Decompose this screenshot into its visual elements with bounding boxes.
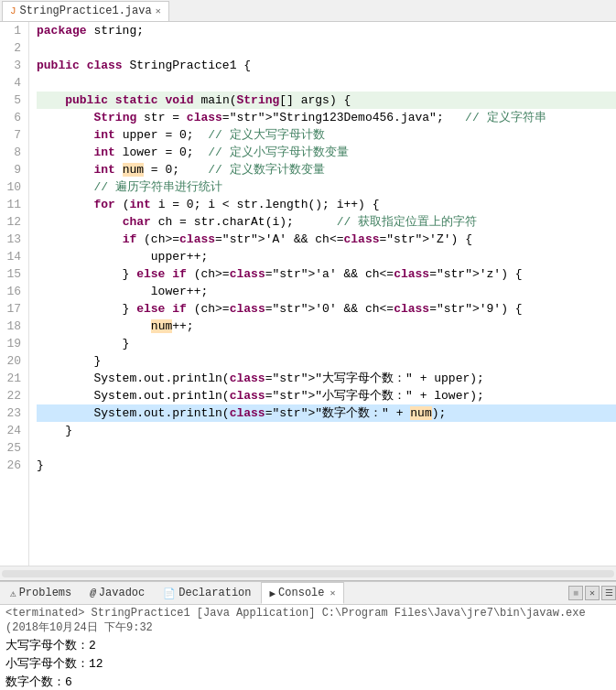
code-line: } (37, 352, 616, 370)
code-line: // 遍历字符串进行统计 (37, 178, 616, 196)
code-line: } else if (ch>=class="str">'0' && ch<=cl… (37, 300, 616, 318)
console-panel: <terminated> StringPractice1 [Java Appli… (0, 605, 616, 690)
line-number: 3 (4, 57, 21, 74)
line-number: 25 (4, 439, 21, 457)
line-number: 18 (4, 318, 21, 335)
code-line: String str = class="str">"String123Demo4… (37, 109, 616, 126)
code-line: } else if (ch>=class="str">'a' && ch<=cl… (37, 265, 616, 283)
code-line (37, 439, 616, 457)
console-icon: ▶ (269, 588, 276, 599)
console-output-area: <terminated> StringPractice1 [Java Appli… (0, 605, 616, 690)
code-lines[interactable]: package string; public class StringPract… (29, 22, 616, 566)
console-clear-button[interactable]: ✕ (585, 586, 600, 600)
code-line: int upper = 0; // 定义大写字母计数 (37, 126, 616, 144)
bottom-tab-bar: ⚠ Problems @ Javadoc 📄 Declaration ▶ Con… (0, 581, 616, 605)
code-line (37, 74, 616, 92)
code-line: upper++; (37, 248, 616, 265)
console-output-line: 数字个数：6 (5, 674, 611, 690)
tab-declaration-label: Declaration (178, 587, 251, 599)
code-line: int lower = 0; // 定义小写字母计数变量 (37, 144, 616, 161)
console-close-icon[interactable]: ✕ (330, 588, 336, 598)
code-line: System.out.println(class="str">"数字个数：" +… (37, 404, 616, 422)
code-line: } (37, 457, 616, 474)
code-line: for (int i = 0; i < str.length(); i++) { (37, 196, 616, 213)
line-number: 9 (4, 161, 21, 178)
line-number: 19 (4, 335, 21, 352)
line-number: 1 (4, 22, 21, 39)
line-number: 21 (4, 370, 21, 387)
line-number: 8 (4, 144, 21, 161)
line-number: 13 (4, 231, 21, 248)
line-number: 17 (4, 300, 21, 318)
tab-icon: J (10, 5, 16, 16)
line-number: 5 (4, 92, 21, 109)
scrollbar-track[interactable] (2, 570, 614, 577)
editor-tab-bar: J StringPractice1.java ✕ (0, 0, 616, 22)
tab-declaration[interactable]: 📄 Declaration (155, 582, 259, 604)
code-line: } (37, 335, 616, 352)
console-terminated-text: <terminated> StringPractice1 [Java Appli… (5, 607, 611, 635)
line-number: 4 (4, 74, 21, 92)
bottom-panel: ⚠ Problems @ Javadoc 📄 Declaration ▶ Con… (0, 580, 616, 690)
editor-area: 1234567891011121314151617181920212223242… (0, 22, 616, 580)
line-number: 15 (4, 265, 21, 283)
tab-console[interactable]: ▶ Console ✕ (261, 582, 343, 604)
code-line: num++; (37, 318, 616, 335)
tab-problems[interactable]: ⚠ Problems (2, 582, 80, 604)
console-output-line: 小写字母个数：12 (5, 655, 611, 674)
line-number: 2 (4, 39, 21, 57)
console-outputs: 大写字母个数：2小写字母个数：12数字个数：6 (5, 637, 611, 690)
console-menu-button[interactable]: ☰ (601, 586, 616, 600)
tab-javadoc-label: Javadoc (99, 587, 145, 599)
code-line: System.out.println(class="str">"小写字母个数："… (37, 387, 616, 404)
console-output-line: 大写字母个数：2 (5, 637, 611, 655)
line-number: 22 (4, 387, 21, 404)
line-number: 16 (4, 283, 21, 300)
line-number: 23 (4, 404, 21, 422)
code-line: public class StringPractice1 { (37, 57, 616, 74)
code-line: public static void main(String[] args) { (37, 92, 616, 109)
code-container: 1234567891011121314151617181920212223242… (0, 22, 616, 566)
line-number: 24 (4, 422, 21, 439)
line-number: 10 (4, 178, 21, 196)
line-numbers: 1234567891011121314151617181920212223242… (0, 22, 29, 566)
tab-problems-label: Problems (19, 587, 72, 599)
declaration-icon: 📄 (163, 588, 176, 599)
line-number: 14 (4, 248, 21, 265)
code-line: System.out.println(class="str">"大写字母个数："… (37, 370, 616, 387)
line-number: 11 (4, 196, 21, 213)
problems-icon: ⚠ (10, 588, 16, 599)
editor-tab[interactable]: J StringPractice1.java ✕ (2, 1, 169, 21)
tab-close-icon[interactable]: ✕ (156, 5, 161, 16)
code-line: char ch = str.charAt(i); // 获取指定位置上的字符 (37, 213, 616, 231)
code-line: package string; (37, 22, 616, 39)
line-number: 6 (4, 109, 21, 126)
code-line: int num = 0; // 定义数字计数变量 (37, 161, 616, 178)
tab-console-label: Console (278, 587, 324, 599)
javadoc-icon: @ (90, 588, 96, 598)
tab-label: StringPractice1.java (20, 5, 152, 17)
code-line: lower++; (37, 283, 616, 300)
tab-javadoc[interactable]: @ Javadoc (81, 582, 153, 604)
code-line: if (ch>=class="str">'A' && ch<=class="st… (37, 231, 616, 248)
line-number: 7 (4, 126, 21, 144)
console-stop-button[interactable]: ■ (568, 586, 583, 600)
line-number: 20 (4, 352, 21, 370)
code-line (37, 39, 616, 57)
horizontal-scrollbar[interactable] (0, 566, 616, 580)
line-number: 12 (4, 213, 21, 231)
code-line: } (37, 422, 616, 439)
line-number: 26 (4, 457, 21, 474)
